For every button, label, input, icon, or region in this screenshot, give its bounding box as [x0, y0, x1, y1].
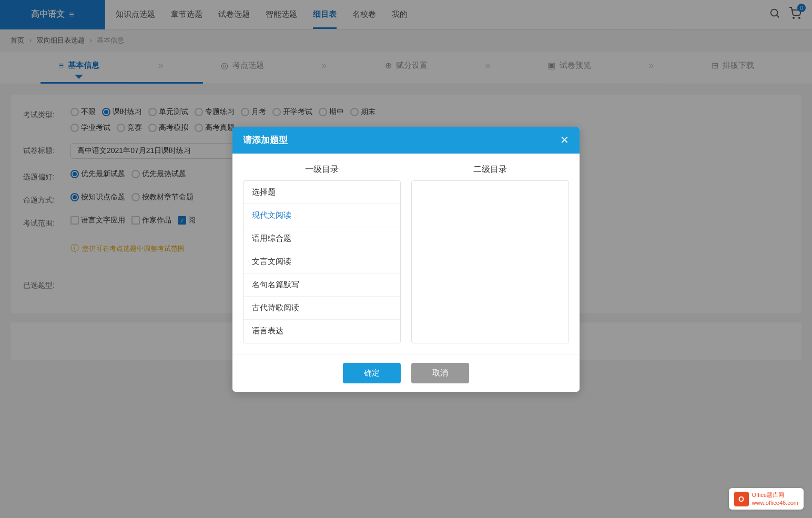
list-item-classical-reading[interactable]: 文言文阅读 [243, 250, 400, 273]
dialog-col-primary: 一级目录 选择题 现代文阅读 语用综合题 文言文阅读 名句名篇默写 古代诗歌阅读… [243, 164, 401, 343]
dialog-header: 请添加题型 ✕ [232, 127, 580, 154]
dialog-cancel-button[interactable]: 取消 [411, 363, 469, 371]
dialog-footer: 确定 取消 [232, 354, 580, 371]
list-item-modern-reading[interactable]: 现代文阅读 [243, 204, 400, 227]
dialog-title: 请添加题型 [243, 134, 288, 146]
add-question-type-dialog: 请添加题型 ✕ 一级目录 选择题 现代文阅读 语用综合题 文言文阅读 名句名篇默… [232, 127, 580, 371]
dialog-confirm-button[interactable]: 确定 [343, 363, 401, 371]
list-item-sentence-dictation[interactable]: 名句名篇默写 [243, 273, 400, 297]
dialog-col2-title: 二级目录 [411, 164, 569, 175]
list-item-language-expression[interactable]: 语言表达 [243, 320, 400, 342]
dialog-col1-title: 一级目录 [243, 164, 401, 175]
dialog-col-secondary: 二级目录 [411, 164, 569, 343]
list-item-ancient-poetry[interactable]: 古代诗歌阅读 [243, 297, 400, 320]
secondary-list[interactable] [411, 180, 569, 343]
modal-overlay: 请添加题型 ✕ 一级目录 选择题 现代文阅读 语用综合题 文言文阅读 名句名篇默… [0, 0, 812, 370]
primary-list[interactable]: 选择题 现代文阅读 语用综合题 文言文阅读 名句名篇默写 古代诗歌阅读 语言表达 [243, 180, 401, 343]
dialog-body: 一级目录 选择题 现代文阅读 语用综合题 文言文阅读 名句名篇默写 古代诗歌阅读… [232, 154, 580, 354]
dialog-close-button[interactable]: ✕ [560, 135, 569, 145]
list-item-language-comprehensive[interactable]: 语用综合题 [243, 227, 400, 250]
list-item-choice[interactable]: 选择题 [243, 181, 400, 204]
